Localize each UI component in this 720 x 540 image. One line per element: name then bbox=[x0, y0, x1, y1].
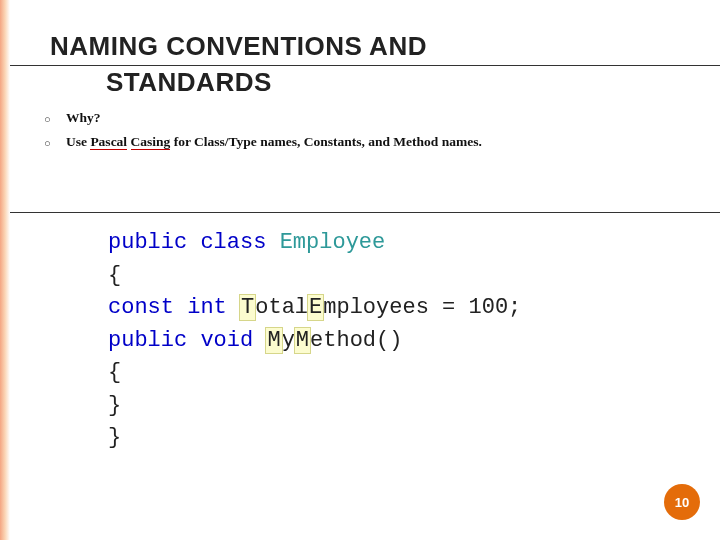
title-line-2: STANDARDS bbox=[50, 66, 680, 99]
bullet-marker-icon: ○ bbox=[44, 110, 66, 128]
left-accent-bar bbox=[0, 0, 10, 540]
title-line-1: NAMING CONVENTIONS AND bbox=[50, 30, 680, 63]
bullet-marker-icon: ○ bbox=[44, 134, 66, 152]
slide-content: NAMING CONVENTIONS AND STANDARDS ○ Why? … bbox=[0, 0, 720, 475]
bullet-1-text: Why? bbox=[66, 110, 101, 125]
bullet-item-1: ○ Why? bbox=[44, 110, 680, 128]
slide-title: NAMING CONVENTIONS AND STANDARDS bbox=[50, 30, 680, 98]
bullet-item-2: ○ Use Pascal Casing for Class/Type names… bbox=[44, 134, 680, 152]
slide-number-badge: 10 bbox=[664, 484, 700, 520]
title-divider-bottom bbox=[0, 212, 720, 213]
code-sample: public class Employee { const int TotalE… bbox=[108, 227, 680, 455]
bullet-2-text: Use Pascal Casing for Class/Type names, … bbox=[66, 134, 482, 150]
bullet-list: ○ Why? ○ Use Pascal Casing for Class/Typ… bbox=[44, 110, 680, 152]
slide-number-text: 10 bbox=[675, 495, 689, 510]
